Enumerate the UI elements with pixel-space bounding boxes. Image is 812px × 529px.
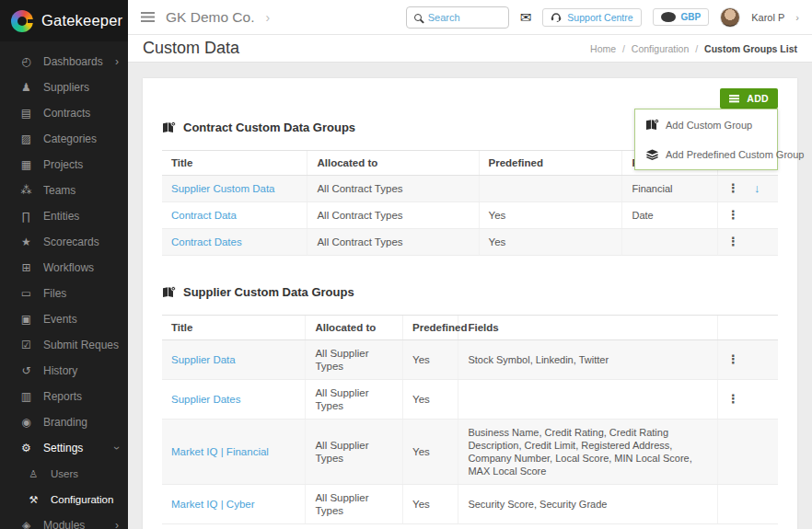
row-actions-kebab-icon[interactable]: ⋮	[727, 353, 739, 366]
breadcrumb: Home / Configuration / Custom Groups Lis…	[590, 43, 797, 54]
supplier-groups-heading: Supplier Custom Data Groups	[162, 256, 778, 299]
projects-icon: ▦	[18, 158, 34, 171]
menu-item-add-custom-group[interactable]: Add Custom Group	[635, 109, 777, 140]
teams-icon: ⁂	[18, 184, 34, 197]
group-link[interactable]: Contract Data	[171, 210, 237, 221]
table-row: Market IQ | Cyber All Supplier Types Yes…	[162, 485, 778, 524]
add-menu: ADD Add Custom Group Add Predefined Cust…	[634, 88, 778, 170]
col-predefined: Predefined	[403, 316, 458, 340]
suppliers-icon: ♟	[18, 81, 34, 94]
menu-item-add-predefined-custom-group[interactable]: Add Predefined Custom Group	[635, 140, 777, 169]
search-input[interactable]	[428, 12, 493, 23]
scorecards-icon: ★	[18, 236, 34, 248]
gatekeeper-logo-icon	[11, 10, 33, 32]
submit-requests-icon: ☑	[18, 339, 34, 351]
sidebar-item-teams[interactable]: ⁂ Teams	[0, 178, 128, 203]
group-link[interactable]: Supplier Data	[171, 354, 236, 365]
add-button[interactable]: ADD	[720, 88, 778, 109]
table-row: Supplier Custom Data All Contract Types …	[162, 176, 778, 202]
sidebar-item-projects[interactable]: ▦ Projects	[0, 152, 128, 178]
menu-bars-icon	[729, 95, 739, 102]
sidebar-toggle-hamburger-icon[interactable]	[141, 12, 155, 22]
sidebar-item-history[interactable]: ↺ History	[0, 358, 128, 384]
topbar: GK Demo Co. › ✉ Support Centre GBP Karol…	[128, 0, 812, 35]
breadcrumb-configuration[interactable]: Configuration	[632, 43, 689, 54]
sidebar-item-reports[interactable]: ▥ Reports	[0, 384, 128, 409]
download-icon[interactable]: ↓	[754, 182, 760, 195]
configuration-tools-icon: ⚒	[26, 494, 41, 506]
breadcrumb-home[interactable]: Home	[590, 43, 616, 54]
sidebar-item-entities[interactable]: ∏ Entities	[0, 203, 128, 229]
currency-selector[interactable]: GBP	[653, 8, 710, 26]
chevron-right-icon: ›	[115, 519, 119, 529]
col-fields: Fields	[458, 316, 718, 340]
sidebar-item-users[interactable]: ♙ Users	[0, 461, 128, 487]
workflows-icon: ⊞	[18, 261, 34, 274]
col-actions	[718, 316, 778, 340]
project-groups-heading: Project Custom Data Groups	[162, 524, 778, 529]
custom-group-book-gear-icon	[645, 119, 659, 131]
table-row: Supplier Dates All Supplier Types Yes ⋮	[162, 380, 778, 420]
supplier-groups-table: Title Allocated to Predefined Fields Sup…	[162, 315, 778, 524]
custom-data-card: ADD Add Custom Group Add Predefined Cust…	[143, 78, 797, 529]
row-actions-kebab-icon[interactable]: ⋮	[727, 209, 739, 222]
sidebar-item-dashboards[interactable]: ◴ Dashboards ›	[0, 49, 128, 75]
sidebar-item-scorecards[interactable]: ★ Scorecards	[0, 229, 128, 255]
global-search[interactable]	[406, 6, 509, 29]
sidebar-item-categories[interactable]: ▨ Categories	[0, 126, 128, 152]
search-icon	[414, 14, 422, 21]
messages-envelope-icon[interactable]: ✉	[520, 9, 532, 26]
support-centre-button[interactable]: Support Centre	[542, 8, 641, 27]
row-actions-kebab-icon[interactable]: ⋮	[727, 393, 739, 406]
sidebar-item-modules[interactable]: ◈ Modules ›	[0, 512, 128, 529]
table-row: Contract Dates All Contract Types Yes ⋮	[162, 229, 778, 256]
chevron-right-icon[interactable]: ›	[795, 12, 799, 23]
predefined-layers-icon	[645, 149, 659, 160]
sidebar-item-submit-requests[interactable]: ☑ Submit Requests	[0, 332, 128, 358]
sidebar-item-branding[interactable]: ◉ Branding	[0, 409, 128, 435]
sidebar-item-workflows[interactable]: ⊞ Workflows	[0, 255, 128, 281]
group-link[interactable]: Supplier Dates	[171, 394, 240, 405]
group-link[interactable]: Market IQ | Cyber	[171, 499, 255, 510]
contracts-icon: ▤	[18, 107, 34, 120]
table-row: Supplier Data All Supplier Types Yes Sto…	[162, 340, 778, 380]
sidebar-item-configuration[interactable]: ⚒ Configuration	[0, 487, 128, 512]
sidebar-item-events[interactable]: ▣ Events	[0, 306, 128, 332]
page-header: Custom Data Home / Configuration / Custo…	[128, 35, 812, 63]
brand-name: Gatekeeper	[41, 12, 122, 29]
sidebar-item-files[interactable]: ▭ Files	[0, 281, 128, 306]
sidebar-nav: ◴ Dashboards › ♟ Suppliers ▤ Contracts ▨…	[0, 49, 128, 529]
col-allocated-to: Allocated to	[307, 151, 479, 176]
reports-icon: ▥	[18, 390, 34, 403]
users-icon: ♙	[26, 468, 41, 480]
col-allocated-to: Allocated to	[306, 316, 403, 340]
app-window: Gatekeeper ◴ Dashboards › ♟ Suppliers ▤ …	[0, 0, 812, 529]
add-dropdown: Add Custom Group Add Predefined Custom G…	[634, 109, 778, 170]
chevron-right-icon[interactable]: ›	[265, 10, 270, 25]
row-actions-kebab-icon[interactable]: ⋮	[727, 236, 739, 248]
breadcrumb-separator: /	[622, 43, 625, 54]
row-actions-kebab-icon[interactable]: ⋮	[727, 182, 739, 195]
group-link[interactable]: Supplier Custom Data	[171, 183, 275, 194]
chevron-right-icon: ›	[115, 55, 119, 68]
col-title: Title	[162, 316, 306, 340]
company-switcher[interactable]: GK Demo Co.	[166, 9, 254, 26]
table-row: Market IQ | Financial All Supplier Types…	[162, 420, 778, 485]
sidebar-item-suppliers[interactable]: ♟ Suppliers	[0, 75, 128, 100]
sidebar-item-contracts[interactable]: ▤ Contracts	[0, 100, 128, 126]
col-title: Title	[162, 151, 307, 176]
brand-logo[interactable]: Gatekeeper	[0, 0, 128, 41]
modules-icon: ◈	[18, 519, 34, 529]
group-link[interactable]: Contract Dates	[171, 236, 242, 247]
sidebar-item-settings[interactable]: ⚙ Settings ›	[0, 435, 128, 461]
settings-gear-icon: ⚙	[18, 442, 34, 454]
breadcrumb-separator: /	[695, 43, 698, 54]
sidebar: Gatekeeper ◴ Dashboards › ♟ Suppliers ▤ …	[0, 0, 128, 529]
table-header-row: Title Allocated to Predefined Fields	[162, 316, 778, 340]
table-row: Contract Data All Contract Types Yes Dat…	[162, 202, 778, 229]
group-link[interactable]: Market IQ | Financial	[171, 446, 269, 457]
user-menu[interactable]: Karol P	[751, 12, 784, 23]
user-avatar[interactable]	[720, 7, 740, 28]
history-icon: ↺	[18, 364, 34, 377]
branding-icon: ◉	[18, 416, 34, 429]
